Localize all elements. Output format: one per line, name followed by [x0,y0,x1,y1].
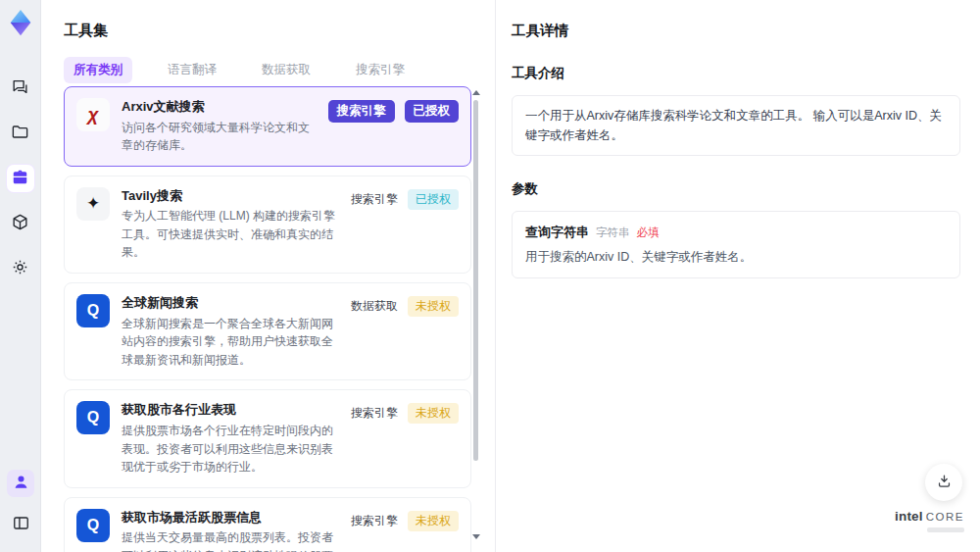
arxiv-icon: χ [76,98,110,131]
tool-list-panel: 工具集 所有类别语言翻译数据获取搜索引擎 χ Arxiv文献搜索 访问各个研究领… [47,0,490,552]
tool-details-panel: 工具详情 工具介绍 一个用于从Arxiv存储库搜索科学论文和文章的工具。 输入可… [495,0,980,552]
sidebar-item-chat[interactable] [7,75,34,102]
download-button[interactable] [925,464,962,501]
page-title: 工具集 [64,22,108,40]
tool-name: Arxiv文献搜索 [122,98,318,116]
list-scrollbar[interactable] [471,88,481,541]
params-list: 查询字符串 字符串 必填 用于搜索的Arxiv ID、关键字或作者姓名。 [512,211,960,278]
tool-status-badge: 已授权 [408,189,459,210]
toolbox-icon [11,168,29,190]
category-tab[interactable]: 所有类别 [64,57,132,83]
tool-list: χ Arxiv文献搜索 访问各个研究领域大量科学论文和文章的存储库。 搜索引擎 … [64,86,471,552]
tool-list-item[interactable]: χ Arxiv文献搜索 访问各个研究领域大量科学论文和文章的存储库。 搜索引擎 … [64,86,471,167]
tool-list-item[interactable]: ✦ Tavily搜索 专为人工智能代理 (LLM) 构建的搜索引擎工具。可快速提… [64,176,471,274]
scrollbar-down-arrow[interactable] [472,534,480,539]
panel-toggle-icon [12,514,30,536]
category-tab[interactable]: 语言翻译 [158,57,226,83]
download-icon [936,473,953,493]
sidebar-item-panel-toggle[interactable] [7,511,34,538]
tool-status-badge: 未授权 [408,296,459,317]
sidebar-item-account[interactable] [7,470,34,497]
tool-description: 专为人工智能代理 (LLM) 构建的搜索引擎工具。可快速提供实时、准确和真实的结… [122,207,341,262]
sidebar-item-files[interactable] [7,120,34,147]
intel-core-logo: intelcore [895,508,964,532]
app-logo-icon [6,8,35,37]
category-tab[interactable]: 数据获取 [252,57,320,83]
qnews-icon: Q [76,294,110,327]
tool-list-item[interactable]: Q 全球新闻搜索 全球新闻搜索是一个聚合全球各大新闻网站内容的搜索引擎，帮助用户… [64,282,471,380]
tavily-icon: ✦ [76,187,110,221]
tool-category-badge: 搜索引擎 [351,405,398,422]
scrollbar-up-arrow[interactable] [472,90,480,95]
tool-name: 获取股市各行业表现 [122,401,341,419]
tool-name: Tavily搜索 [122,187,341,205]
tool-category-badge: 搜索引擎 [328,100,395,123]
tool-description: 提供股票市场各个行业在特定时间段内的表现。投资者可以利用这些信息来识别表现优于或… [122,422,341,477]
gear-icon [11,258,29,280]
tool-category-badge: 搜索引擎 [351,513,398,529]
param-description: 用于搜索的Arxiv ID、关键字或作者姓名。 [525,249,947,266]
tool-list-item[interactable]: Q 获取股市各行业表现 提供股票市场各个行业在特定时间段内的表现。投资者可以利用… [64,389,471,487]
user-avatar-icon [12,473,30,495]
tool-status-badge: 未授权 [408,511,459,531]
tool-category-badge: 搜索引擎 [351,191,398,208]
category-tab[interactable]: 搜索引擎 [346,57,415,83]
details-title: 工具详情 [512,22,960,40]
qnews-icon: Q [76,401,110,434]
tool-name: 全球新闻搜索 [122,294,341,312]
scrollbar-thumb[interactable] [473,100,478,461]
sidebar-item-models[interactable] [7,210,34,237]
left-rail [0,0,41,552]
tool-status-badge: 未授权 [408,403,459,424]
category-tabs: 所有类别语言翻译数据获取搜索引擎 [64,57,415,83]
tool-intro-box: 一个用于从Arxiv存储库搜索科学论文和文章的工具。 输入可以是Arxiv ID… [512,95,960,156]
tool-name: 获取市场最活跃股票信息 [122,509,341,527]
folder-icon [11,123,29,145]
chat-icon [11,77,29,100]
intel-logo-text: intel [895,509,923,524]
param-type: 字符串 [596,226,630,240]
tool-list-item[interactable]: Q 获取市场最活跃股票信息 提供当天交易量最高的股票列表。投资者可以利用这些信息… [64,497,471,552]
intel-core-sub-badge [927,527,964,532]
app-window: 工具集 所有类别语言翻译数据获取搜索引擎 χ Arxiv文献搜索 访问各个研究领… [0,0,980,552]
qnews-icon: Q [76,509,110,542]
params-heading: 参数 [512,180,960,198]
param-name: 查询字符串 [525,224,589,241]
param-required-flag: 必填 [637,226,660,240]
cube-icon [11,213,29,235]
tool-description: 全球新闻搜索是一个聚合全球各大新闻网站内容的搜索引擎，帮助用户快速获取全球最新资… [122,315,341,370]
sidebar-item-toolbox[interactable] [7,165,34,192]
intro-heading: 工具介绍 [512,65,960,82]
tool-status-badge: 已授权 [405,100,460,123]
param-card: 查询字符串 字符串 必填 用于搜索的Arxiv ID、关键字或作者姓名。 [512,211,960,278]
core-logo-text: core [926,511,964,523]
sidebar-item-settings[interactable] [7,255,34,282]
tool-category-badge: 数据获取 [351,298,398,315]
tool-description: 访问各个研究领域大量科学论文和文章的存储库。 [122,119,318,155]
tool-description: 提供当天交易量最高的股票列表。投资者可以利用这些信息来识别流动性强的股票和潜在的… [122,528,341,552]
